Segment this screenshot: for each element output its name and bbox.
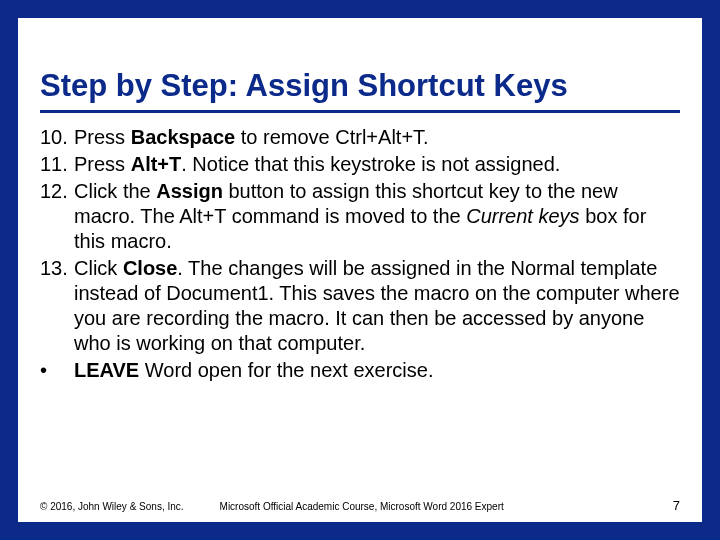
- footer-page-number: 7: [673, 498, 680, 513]
- list-item: 11.Press Alt+T. Notice that this keystro…: [40, 152, 680, 177]
- list-marker: 12.: [40, 179, 74, 254]
- footer-course: Microsoft Official Academic Course, Micr…: [220, 501, 673, 512]
- list-marker: •: [40, 358, 74, 383]
- footer-copyright: © 2016, John Wiley & Sons, Inc.: [40, 501, 184, 512]
- footer: © 2016, John Wiley & Sons, Inc. Microsof…: [40, 498, 680, 513]
- list-item: •LEAVE Word open for the next exercise.: [40, 358, 680, 383]
- slide: Step by Step: Assign Shortcut Keys 10.Pr…: [0, 0, 720, 540]
- list-marker: 13.: [40, 256, 74, 356]
- step-list: 10.Press Backspace to remove Ctrl+Alt+T.…: [40, 125, 680, 383]
- list-item: 13.Click Close. The changes will be assi…: [40, 256, 680, 356]
- list-item: 10.Press Backspace to remove Ctrl+Alt+T.: [40, 125, 680, 150]
- list-marker: 11.: [40, 152, 74, 177]
- list-item: 12.Click the Assign button to assign thi…: [40, 179, 680, 254]
- list-marker: 10.: [40, 125, 74, 150]
- list-body: Click the Assign button to assign this s…: [74, 179, 680, 254]
- list-body: Click Close. The changes will be assigne…: [74, 256, 680, 356]
- slide-title: Step by Step: Assign Shortcut Keys: [40, 68, 680, 113]
- list-body: Press Alt+T. Notice that this keystroke …: [74, 152, 680, 177]
- list-body: LEAVE Word open for the next exercise.: [74, 358, 680, 383]
- list-body: Press Backspace to remove Ctrl+Alt+T.: [74, 125, 680, 150]
